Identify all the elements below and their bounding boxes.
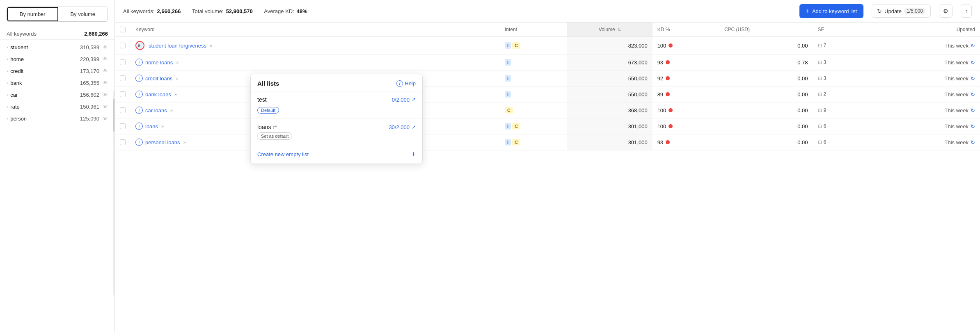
eye-icon[interactable]: 👁 — [103, 104, 108, 110]
update-button[interactable]: ↻ Update 1/5,000 — [872, 5, 931, 18]
keyword-cell: + home loans » — [131, 55, 500, 70]
volume-sort-icon[interactable]: ⇅ — [618, 27, 621, 32]
sidebar-item-person[interactable]: › person 125,090 👁 — [0, 113, 114, 125]
vol-label: Total volume: — [192, 8, 224, 14]
chevron-right-icon: » — [170, 108, 173, 113]
share-icon[interactable]: ⇄ — [272, 124, 277, 130]
export-icon: ↑ — [965, 8, 968, 14]
refresh-icon[interactable]: ↻ — [971, 107, 975, 114]
intent-badge-c: C — [512, 42, 520, 49]
chevron-icon: › — [7, 69, 8, 73]
refresh-icon[interactable]: ↻ — [971, 139, 975, 146]
updated-value-container: This week ↻ — [878, 75, 975, 82]
updated-value: This week — [944, 107, 969, 114]
keyword-link[interactable]: + home loans » — [135, 59, 495, 66]
sf-sub: -- — [828, 108, 831, 113]
popup-container: All lists i Help test 0/2,000 ↗ Default … — [250, 74, 423, 164]
sidebar-item-credit[interactable]: › credit 173,170 👁 — [0, 65, 114, 77]
refresh-icon[interactable]: ↻ — [971, 75, 975, 82]
add-to-keyword-list-button[interactable]: + Add to keyword list — [799, 4, 863, 18]
volume-value: 550,000 — [628, 75, 648, 82]
cpc-value: 0.00 — [797, 123, 808, 130]
create-label: Create new empty list — [257, 151, 309, 157]
list-icon — [137, 43, 142, 48]
row-checkbox-cell — [115, 55, 131, 70]
sf-value: 6 — [824, 139, 827, 145]
sidebar-item-home[interactable]: › home 220,399 👁 — [0, 53, 114, 65]
select-all-checkbox[interactable] — [120, 27, 126, 32]
col-checkbox — [115, 23, 131, 37]
chevron-right-icon: » — [210, 43, 212, 48]
sidebar-item-left: › car — [7, 92, 18, 98]
eye-icon[interactable]: 👁 — [103, 56, 108, 62]
refresh-icon[interactable]: ↻ — [971, 43, 975, 49]
intent-badge-i: I — [505, 59, 511, 66]
keyword-cell: student loan forgiveness » — [131, 37, 500, 55]
row-checkbox[interactable] — [120, 75, 126, 81]
row-checkbox[interactable] — [120, 107, 126, 113]
sidebar-item-student[interactable]: › student 310,589 👁 — [0, 41, 114, 53]
intent-cell: I — [500, 86, 567, 102]
sidebar-item-bank[interactable]: › bank 165,355 👁 — [0, 77, 114, 89]
all-keywords-label: All keywords — [7, 31, 37, 37]
sidebar-list: › student 310,589 👁 › home 220,399 👁 › c… — [0, 41, 114, 125]
settings-button[interactable]: ⚙ — [939, 5, 953, 18]
eye-icon[interactable]: 👁 — [103, 68, 108, 74]
sidebar-item-name: rate — [10, 104, 19, 110]
refresh-icon[interactable]: ↻ — [971, 123, 975, 130]
cpc-value: 0.78 — [797, 59, 808, 66]
by-volume-btn[interactable]: By volume — [58, 7, 108, 21]
create-new-list-button[interactable]: Create new empty list + — [257, 150, 416, 159]
sf-cell: ⊡ 3 -- — [813, 70, 873, 86]
updated-value: This week — [944, 75, 969, 82]
eye-icon[interactable]: 👁 — [103, 80, 108, 86]
row-checkbox-cell — [115, 37, 131, 55]
add-to-list-icon[interactable] — [135, 41, 144, 50]
export-button[interactable]: ↑ — [961, 5, 972, 18]
set-default-button[interactable]: Set as default — [257, 132, 292, 140]
add-to-list-icon[interactable]: + — [135, 59, 143, 66]
help-link[interactable]: i Help — [396, 80, 416, 87]
scrollbar-track — [113, 91, 114, 296]
kd-cell: 92 — [653, 70, 719, 86]
volume-cell: 368,000 — [567, 102, 652, 118]
row-checkbox-cell — [115, 118, 131, 134]
by-number-btn[interactable]: By number — [7, 7, 58, 21]
popup-list-item-test: test 0/2,000 ↗ Default — [251, 91, 422, 119]
row-checkbox[interactable] — [120, 59, 126, 65]
intent-badge-c: C — [512, 123, 520, 130]
eye-icon[interactable]: 👁 — [103, 44, 108, 50]
sidebar-item-count: 156,602 — [80, 92, 99, 98]
sidebar-item-count: 310,589 — [80, 44, 99, 50]
eye-icon[interactable]: 👁 — [103, 92, 108, 98]
kd-dot — [669, 124, 673, 128]
popup-header: All lists i Help — [251, 74, 422, 91]
sf-sub: -- — [828, 43, 831, 48]
add-to-list-icon[interactable]: + — [135, 123, 143, 130]
kd-value-container: 93 — [657, 59, 714, 66]
keyword-link[interactable]: student loan forgiveness » — [135, 41, 495, 50]
add-to-list-icon[interactable]: + — [135, 107, 143, 114]
kd-value-container: 93 — [657, 139, 714, 146]
sidebar-item-car[interactable]: › car 156,602 👁 — [0, 89, 114, 101]
popup-item-name: test — [257, 96, 267, 103]
popup-item-count[interactable]: 0/2,000 ↗ — [392, 97, 416, 103]
sidebar-item-rate[interactable]: › rate 150,961 👁 — [0, 101, 114, 113]
eye-icon[interactable]: 👁 — [103, 116, 108, 122]
volume-value: 823,000 — [628, 43, 648, 49]
add-to-list-icon[interactable]: + — [135, 91, 143, 98]
cpc-cell: 0.00 — [719, 118, 813, 134]
row-checkbox[interactable] — [120, 43, 126, 48]
row-checkbox[interactable] — [120, 123, 126, 129]
refresh-icon[interactable]: ↻ — [971, 59, 975, 66]
kd-value-container: 100 — [657, 43, 714, 49]
popup-item-count[interactable]: 30/2,000 ↗ — [389, 124, 416, 130]
scrollbar-thumb[interactable] — [113, 99, 114, 132]
popup-footer: Create new empty list + — [251, 145, 422, 164]
row-checkbox[interactable] — [120, 91, 126, 97]
col-updated: Updated — [873, 23, 980, 37]
add-to-list-icon[interactable]: + — [135, 75, 143, 82]
refresh-icon[interactable]: ↻ — [971, 91, 975, 98]
row-checkbox[interactable] — [120, 139, 126, 145]
add-to-list-icon[interactable]: + — [135, 139, 143, 146]
